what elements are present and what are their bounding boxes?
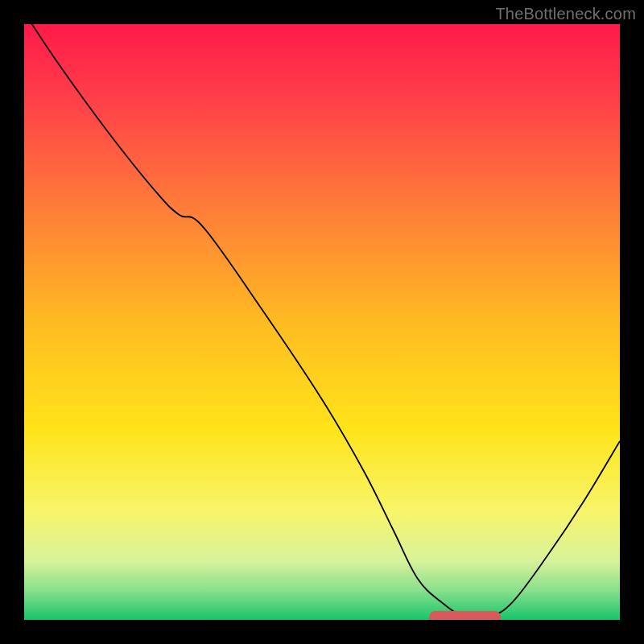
watermark-text: TheBottleneck.com <box>495 5 636 23</box>
chart-svg <box>24 24 620 620</box>
optimum-marker <box>429 611 501 620</box>
bottleneck-chart <box>24 24 620 620</box>
chart-background <box>24 24 620 620</box>
